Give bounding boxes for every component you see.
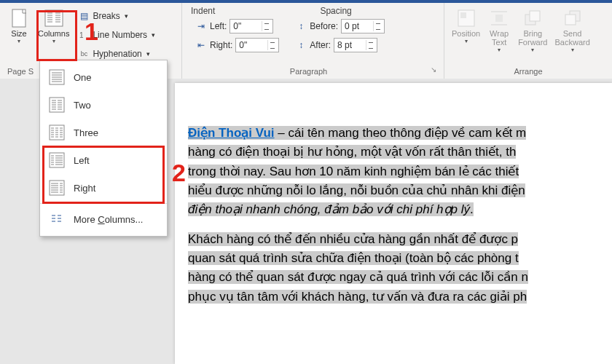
more-columns-icon [49,211,65,227]
svg-rect-21 [565,15,576,25]
bring-forward-icon [522,7,544,29]
paragraph-group: Indent Spacing ⇥ Left: 0" ⇤ Right: 0" ↕ [182,3,444,79]
spacing-before-input[interactable]: 0 pt [341,19,385,33]
right-column-icon [49,180,65,196]
spacing-after-icon: ↕ [295,39,307,51]
paragraph-2: Khách hàng có thể đến nhiều cửa hàng gần… [188,230,599,306]
breaks-icon: ▤ [78,10,90,22]
chevron-down-icon: ▾ [52,38,55,44]
link-dien-thoai-vui[interactable]: Điện Thoại Vui [188,126,275,140]
columns-one[interactable]: One [40,63,167,91]
send-backward-icon [562,7,584,29]
spacing-header: Spacing [320,6,351,16]
svg-rect-1 [45,10,63,26]
columns-button[interactable]: Columns ▾ [35,6,72,66]
position-button[interactable]: Position▾ [449,6,483,66]
columns-three[interactable]: Three [40,119,167,146]
page[interactable]: Điện Thoại Vui – cái tên mang theo thông… [175,83,612,364]
columns-right[interactable]: Right [40,174,167,202]
size-button[interactable]: Size ▾ [4,6,34,66]
line-numbers-button[interactable]: 1 Line Numbers▾ [78,26,155,44]
menu-separator [40,203,167,204]
columns-icon [43,7,65,29]
svg-rect-14 [460,12,466,18]
indent-left-input[interactable]: 0" [230,19,273,33]
chevron-down-icon: ▾ [17,38,20,44]
one-column-icon [49,69,65,85]
columns-two[interactable]: Two [40,91,167,119]
two-column-icon [49,97,65,113]
svg-rect-0 [12,9,26,27]
wrap-text-icon [488,7,510,29]
three-column-icon [49,124,65,141]
spacing-after-input[interactable]: 8 pt [334,38,377,52]
indent-right-icon: ⇤ [195,39,207,51]
bring-forward-button[interactable]: Bring Forward▾ [515,6,550,66]
columns-dropdown: One Two Three Left Right More Columns... [39,60,168,237]
hyphenation-icon: bc [78,48,90,60]
svg-text:1: 1 [79,31,84,39]
indent-header: Indent [191,6,215,16]
breaks-button[interactable]: ▤ Breaks▾ [78,7,155,25]
paragraph-dialog-launcher[interactable]: ↘ [431,66,439,77]
spacing-before-icon: ↕ [295,20,307,32]
arrange-label: Arrange [449,66,608,77]
columns-left[interactable]: Left [40,146,167,174]
arrange-group: Position▾ Wrap Text▾ Bring Forward▾ Send… [444,3,612,79]
position-icon [455,7,477,29]
svg-rect-19 [530,11,540,21]
more-columns[interactable]: More Columns... [40,205,167,233]
page-size-icon [8,7,30,29]
paragraph-label: Paragraph [187,66,431,77]
paragraph-1: Điện Thoại Vui – cái tên mang theo thông… [188,124,599,220]
indent-left-icon: ⇥ [195,20,207,32]
indent-right-input[interactable]: 0" [235,38,279,52]
svg-rect-15 [495,15,503,22]
line-numbers-icon: 1 [78,29,90,41]
send-backward-button[interactable]: Send Backward▾ [552,6,592,66]
wrap-text-button[interactable]: Wrap Text▾ [484,6,514,66]
left-column-icon [49,152,65,168]
